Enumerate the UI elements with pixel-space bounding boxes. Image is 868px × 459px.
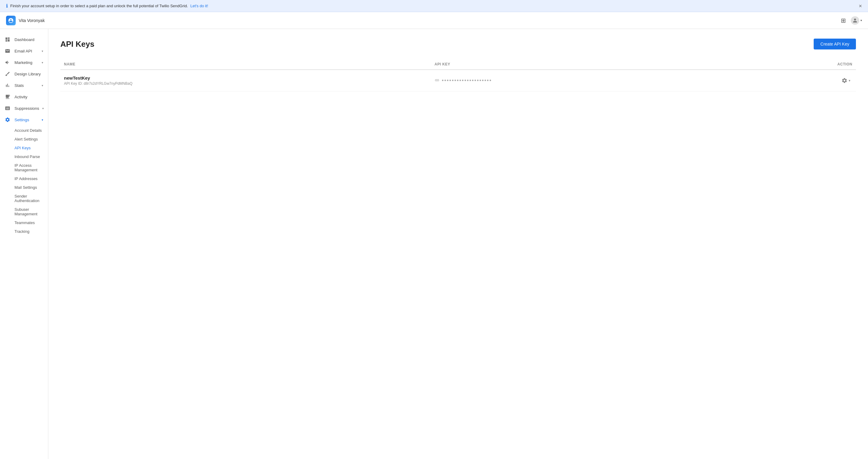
info-icon: ℹ [6,3,8,9]
submenu-mail-settings[interactable]: Mail Settings [0,183,48,192]
suppressions-icon [5,105,11,111]
submenu-subuser-management[interactable]: Subuser Management [0,205,48,218]
masked-key: •••••••••••••••••••• [435,77,744,84]
chevron-icon: ▾ [42,84,43,87]
create-api-key-button[interactable]: Create API Key [814,39,856,50]
page-header: API Keys Create API Key [60,39,856,50]
sidebar-item-stats[interactable]: Stats ▾ [0,79,48,91]
sidebar-item-label: Stats [14,83,24,88]
table-cell-api-key: •••••••••••••••••••• [431,70,747,91]
sidebar-item-activity[interactable]: Activity [0,91,48,102]
sidebar-item-label: Design Library [14,72,41,76]
dashboard-icon [5,37,11,42]
link-icon [435,78,439,84]
api-key-name: newTestKey [64,75,427,80]
sidebar: Dashboard Email API ▾ Marketing ▾ Design… [0,29,48,459]
table-header-name: NAME [60,59,431,70]
top-navigation: Vita Voronyak ⊞ ▾ [0,12,868,29]
api-key-action-button[interactable]: ▾ [840,76,852,85]
sidebar-item-design-library[interactable]: Design Library [0,68,48,79]
banner-text: Finish your account setup in order to se… [10,4,188,8]
submenu-teammates[interactable]: Teammates [0,218,48,227]
chevron-icon: ▾ [42,61,43,64]
submenu-alert-settings[interactable]: Alert Settings [0,135,48,143]
banner-link[interactable]: Let's do it! [190,4,208,8]
sidebar-item-label: Marketing [14,60,32,65]
chevron-down-icon: ▾ [861,19,862,22]
setup-banner: ℹ Finish your account setup in order to … [0,0,868,12]
settings-icon [5,117,11,123]
sidebar-item-label: Activity [14,95,28,99]
sidebar-item-label: Suppressions [14,106,39,111]
sidebar-item-suppressions[interactable]: Suppressions ▾ [0,102,48,114]
logo-area: Vita Voronyak [6,16,45,25]
grid-icon[interactable]: ⊞ [841,17,846,24]
marketing-icon [5,60,11,65]
table-cell-action: ▾ [747,70,856,91]
sidebar-item-label: Settings [14,118,29,122]
logo-icon [6,16,16,25]
table-header-action: ACTION [747,59,856,70]
stats-icon [5,83,11,88]
settings-submenu: Account Details Alert Settings API Keys … [0,126,48,236]
submenu-tracking[interactable]: Tracking [0,227,48,236]
api-keys-table: NAME API KEY ACTION newTestKey API Key I… [60,59,856,91]
api-key-dots: •••••••••••••••••••• [442,77,492,84]
page-title: API Keys [60,39,94,49]
submenu-sender-authentication[interactable]: Sender Authentication [0,192,48,205]
submenu-ip-addresses[interactable]: IP Addresses [0,174,48,183]
design-library-icon [5,71,11,76]
sidebar-item-dashboard[interactable]: Dashboard [0,34,48,45]
submenu-ip-access-management[interactable]: IP Access Management [0,161,48,174]
table-row: newTestKey API Key ID: d8r7s2dYRLGw7nyPd… [60,70,856,91]
banner-content: ℹ Finish your account setup in order to … [6,3,208,9]
sidebar-item-email-api[interactable]: Email API ▾ [0,45,48,57]
table-cell-name: newTestKey API Key ID: d8r7s2dYRLGw7nyPd… [60,70,431,91]
email-api-icon [5,48,11,54]
user-menu-button[interactable]: ▾ [851,16,862,25]
main-layout: Dashboard Email API ▾ Marketing ▾ Design… [0,29,868,459]
submenu-inbound-parse[interactable]: Inbound Parse [0,152,48,161]
user-name: Vita Voronyak [19,18,45,23]
sidebar-item-settings[interactable]: Settings ▾ [0,114,48,126]
chevron-icon: ▾ [42,107,44,110]
sidebar-item-label: Dashboard [14,37,34,42]
activity-icon [5,94,11,100]
avatar [851,16,859,25]
chevron-icon: ▾ [42,50,43,53]
submenu-account-details[interactable]: Account Details [0,126,48,135]
topnav-right: ⊞ ▾ [841,16,862,25]
action-chevron-icon: ▾ [849,79,850,83]
submenu-api-keys[interactable]: API Keys [0,143,48,152]
chevron-icon: ▾ [42,118,43,122]
banner-close-button[interactable]: × [859,3,862,9]
sidebar-item-label: Email API [14,49,32,54]
table-header-api-key: API KEY [431,59,747,70]
sidebar-item-marketing[interactable]: Marketing ▾ [0,57,48,68]
main-content: API Keys Create API Key NAME API KEY ACT… [48,29,868,459]
api-key-id: API Key ID: d8r7s2dYRLGw7nyPdMNBaQ [64,81,427,86]
